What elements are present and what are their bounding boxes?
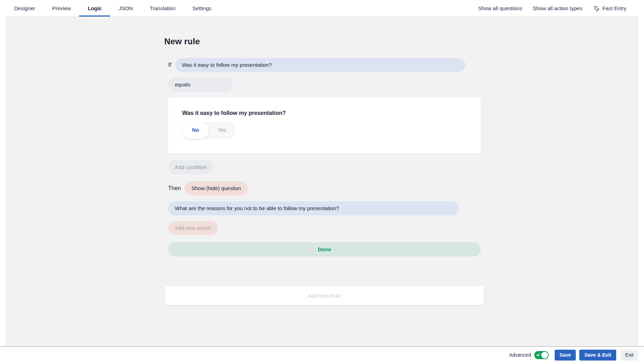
boolean-option-no[interactable]: No (182, 122, 209, 139)
tab-translation[interactable]: Translation (141, 0, 184, 17)
action-type-dropdown[interactable]: Show (hide) question (185, 181, 248, 195)
logic-toolbar: Show all questions Show all action types… (478, 0, 626, 17)
if-label: If (168, 62, 171, 68)
boolean-option-yes[interactable]: Yes (209, 122, 235, 138)
page-title: New rule (164, 37, 484, 46)
add-new-action-button[interactable]: Add new action (168, 221, 218, 235)
operator-dropdown[interactable]: equals (168, 78, 233, 92)
tab-preview[interactable]: Preview (44, 0, 79, 17)
show-all-questions-button[interactable]: Show all questions (478, 5, 522, 11)
view-tabs: Designer Preview Logic JSON Translation … (6, 0, 220, 17)
action-row: Then Show (hide) question (168, 181, 484, 195)
creator-footer: Advanced Save Save & Exit Exit (0, 346, 644, 363)
rule-editor: New rule If Was it easy to follow my pre… (164, 37, 484, 305)
tab-designer[interactable]: Designer (6, 0, 44, 17)
exit-button[interactable]: Exit (620, 350, 638, 361)
advanced-label: Advanced (509, 352, 531, 358)
condition-value-question-title: Was it easy to follow my presentation? (182, 110, 481, 116)
save-exit-button[interactable]: Save & Exit (579, 350, 616, 361)
advanced-toggle[interactable] (534, 351, 549, 359)
action-question-dropdown[interactable]: What are the reasons for you not to be a… (168, 201, 459, 215)
fast-entry-label: Fast Entry (602, 5, 626, 11)
done-button[interactable]: Done (168, 242, 481, 257)
condition-question-dropdown[interactable]: Was it easy to follow my presentation? (175, 58, 465, 72)
fast-entry-icon (593, 5, 600, 12)
tab-settings[interactable]: Settings (184, 0, 220, 17)
show-all-action-types-button[interactable]: Show all action types (533, 5, 582, 11)
logic-canvas: New rule If Was it easy to follow my pre… (5, 17, 639, 346)
add-condition-button[interactable]: Add condition (168, 160, 214, 174)
toggle-knob (541, 352, 548, 358)
then-label: Then (168, 185, 181, 192)
condition-value-card: Was it easy to follow my presentation? N… (168, 97, 481, 154)
condition-row: If Was it easy to follow my presentation… (168, 58, 484, 72)
creator-tab-bar: Designer Preview Logic JSON Translation … (0, 0, 644, 17)
boolean-value-toggle[interactable]: No Yes (182, 122, 235, 138)
add-new-rule-button[interactable]: Add New Rule (165, 286, 484, 305)
fast-entry-button[interactable]: Fast Entry (593, 5, 626, 12)
tab-json[interactable]: JSON (110, 0, 141, 17)
save-button[interactable]: Save (555, 350, 576, 361)
tab-logic[interactable]: Logic (79, 0, 110, 17)
